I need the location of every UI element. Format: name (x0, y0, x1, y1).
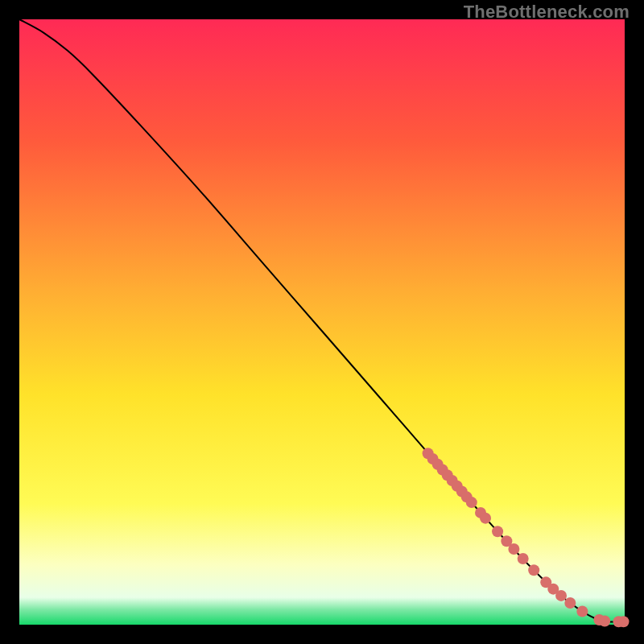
data-marker (466, 497, 477, 508)
data-marker (564, 597, 576, 609)
data-marker (528, 564, 539, 576)
data-marker (492, 526, 503, 537)
data-marker (508, 543, 519, 555)
chart-svg (0, 0, 644, 644)
watermark-text: TheBottleneck.com (464, 2, 630, 23)
data-marker (555, 590, 567, 601)
data-marker (599, 615, 610, 626)
data-marker (480, 513, 491, 524)
data-marker (518, 553, 529, 564)
data-marker (576, 605, 588, 617)
plot-background (19, 19, 625, 625)
data-marker (617, 616, 629, 627)
chart-stage: TheBottleneck.com (0, 0, 644, 644)
